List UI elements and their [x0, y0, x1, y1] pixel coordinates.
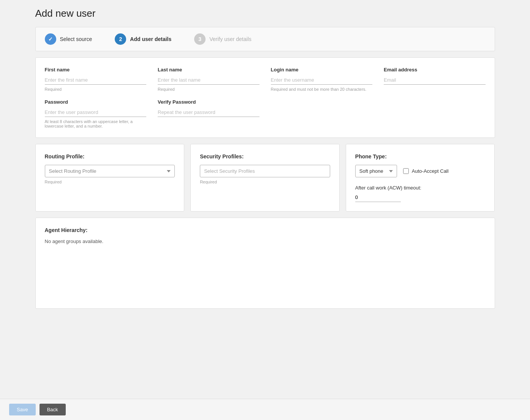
- phone-type-select[interactable]: Soft phone Desk phone: [355, 165, 397, 177]
- auto-accept-row: Auto-Accept Call: [403, 168, 449, 174]
- last-name-input[interactable]: [158, 76, 259, 85]
- password-label: Password: [45, 99, 147, 105]
- routing-profile-card: Routing Profile: Select Routing Profile …: [35, 144, 185, 212]
- first-name-label: First name: [45, 67, 147, 73]
- password-hint: At least 8 characters with an uppercase …: [45, 119, 147, 128]
- step-3-label: Verify user details: [209, 36, 252, 42]
- first-name-required: Required: [45, 87, 147, 92]
- step-1-label: Select source: [60, 36, 92, 42]
- login-name-label: Login name: [271, 67, 373, 73]
- stepper: ✓ Select source 2 Add user details 3 Ver…: [35, 27, 495, 51]
- step-2-circle: 2: [115, 33, 126, 45]
- acw-input[interactable]: [355, 193, 401, 202]
- step-2-number: 2: [119, 36, 122, 42]
- login-name-input[interactable]: [271, 76, 373, 85]
- auto-accept-checkbox[interactable]: [403, 168, 409, 174]
- routing-profile-select[interactable]: Select Routing Profile: [45, 165, 175, 177]
- agent-hierarchy-card: Agent Hierarchy: No agent groups availab…: [35, 218, 495, 309]
- security-profiles-card: Security Profiles: Required: [190, 144, 340, 212]
- acw-section: After call work (ACW) timeout:: [355, 185, 486, 202]
- password-group: Password At least 8 characters with an u…: [45, 99, 147, 128]
- password-input[interactable]: [45, 108, 147, 117]
- step-select-source: ✓ Select source: [45, 33, 92, 45]
- routing-required: Required: [45, 180, 175, 184]
- acw-label: After call work (ACW) timeout:: [355, 185, 486, 191]
- page-title: Add new user: [35, 8, 495, 19]
- step-3-number: 3: [198, 36, 201, 42]
- verify-password-group: Verify Password: [158, 99, 259, 128]
- agent-hierarchy-title: Agent Hierarchy:: [45, 227, 486, 233]
- routing-profile-title: Routing Profile:: [45, 153, 175, 159]
- last-name-required: Required: [158, 87, 259, 92]
- email-input[interactable]: [384, 76, 486, 85]
- first-name-input[interactable]: [45, 76, 147, 85]
- security-profiles-input[interactable]: [200, 165, 330, 177]
- user-details-card: First name Required Last name Required L…: [35, 57, 495, 138]
- security-required: Required: [200, 180, 330, 184]
- step-2-label: Add user details: [130, 36, 171, 42]
- login-name-group: Login name Required and must not be more…: [271, 67, 373, 92]
- verify-password-input[interactable]: [158, 108, 259, 117]
- login-name-hint: Required and must not be more than 20 ch…: [271, 87, 373, 92]
- step-3-circle: 3: [194, 33, 206, 45]
- email-label: Email address: [384, 67, 486, 73]
- step-add-user-details: 2 Add user details: [115, 33, 171, 45]
- last-name-label: Last name: [158, 67, 259, 73]
- auto-accept-label: Auto-Accept Call: [412, 168, 449, 174]
- security-profiles-title: Security Profiles:: [200, 153, 330, 159]
- step-verify-user-details: 3 Verify user details: [194, 33, 252, 45]
- checkmark-icon: ✓: [48, 36, 53, 42]
- no-groups-message: No agent groups available.: [45, 238, 486, 244]
- first-name-group: First name Required: [45, 67, 147, 92]
- last-name-group: Last name Required: [158, 67, 259, 92]
- phone-type-title: Phone Type:: [355, 153, 486, 159]
- email-group: Email address: [384, 67, 486, 92]
- step-1-circle: ✓: [45, 33, 56, 45]
- verify-password-label: Verify Password: [158, 99, 259, 105]
- phone-type-card: Phone Type: Soft phone Desk phone Auto-A…: [346, 144, 495, 212]
